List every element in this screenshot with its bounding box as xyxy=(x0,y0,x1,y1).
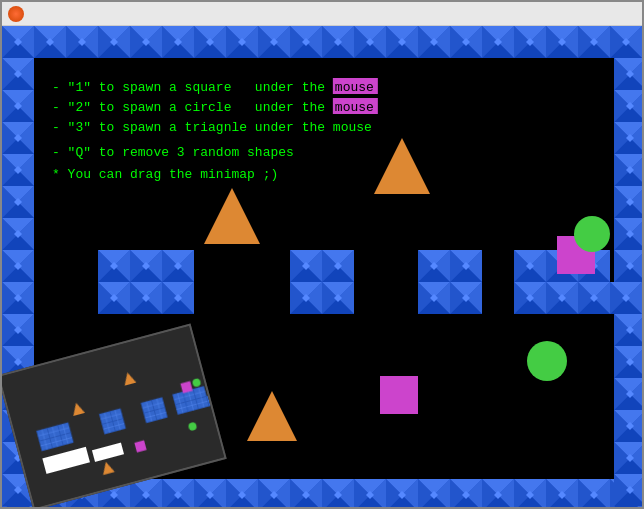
game-area xyxy=(2,26,642,507)
main-window xyxy=(0,0,644,509)
app-icon xyxy=(8,6,24,22)
titlebar xyxy=(2,2,642,26)
